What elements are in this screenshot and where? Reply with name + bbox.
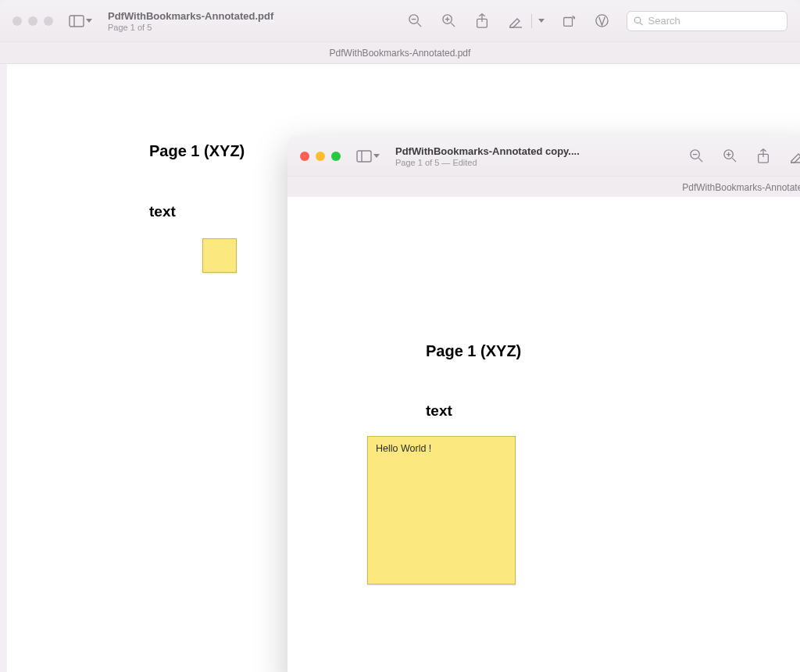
highlight-icon [595,13,609,28]
toolbar: PdfWithBookmarks-Annotated copy.... Page… [288,136,800,177]
sidebar-toggle[interactable] [67,12,94,30]
tab-bar: PdfWithBookmarks-Annotated [288,177,800,198]
share-icon [756,148,770,164]
share-button[interactable] [473,10,491,32]
window-subtitle: Page 1 of 5 — Edited [395,158,580,167]
page-heading: Page 1 (XYZ) [149,142,245,160]
page-subheading: text [426,402,452,420]
highlight-button[interactable] [593,10,611,31]
svg-line-18 [698,158,702,162]
share-button[interactable] [755,145,772,167]
window-subtitle: Page 1 of 5 [108,23,273,32]
toolbar-icons [406,10,788,32]
markup-icon [508,14,523,28]
sticky-note-large[interactable]: Hello World ! [367,436,516,584]
toolbar-icons [688,145,800,167]
preview-window-front: PdfWithBookmarks-Annotated copy.... Page… [288,136,800,672]
svg-line-3 [417,23,421,27]
toolbar: PdfWithBookmarks-Annotated.pdf Page 1 of… [0,0,800,42]
rotate-icon [562,14,576,28]
maximize-button[interactable] [44,16,53,26]
zoom-in-button[interactable] [440,10,458,31]
document-viewport[interactable]: Page 1 (XYZ) text Hello World ! [288,197,800,672]
svg-line-14 [640,22,642,24]
markup-icon [789,149,800,163]
search-box[interactable] [627,11,788,31]
sidebar-icon [69,15,84,27]
zoom-in-button[interactable] [721,145,739,166]
zoom-out-button[interactable] [688,145,705,166]
maximize-button[interactable] [331,152,341,161]
page-subheading: text [149,203,176,220]
zoom-in-icon [441,13,456,28]
zoom-in-icon [723,148,738,163]
separator [531,14,532,28]
zoom-out-button[interactable] [406,10,424,31]
sidebar-icon [356,150,372,163]
page-heading: Page 1 (XYZ) [426,342,521,360]
tab-label[interactable]: PdfWithBookmarks-Annotated [682,182,800,193]
minimize-button[interactable] [28,16,38,26]
zoom-out-icon [689,148,704,163]
svg-line-21 [732,158,736,162]
tab-label[interactable]: PdfWithBookmarks-Annotated.pdf [330,48,471,59]
zoom-out-icon [408,13,423,28]
sticky-note-text: Hello World ! [376,443,431,454]
markup-button[interactable] [506,11,525,31]
svg-point-13 [634,16,641,23]
chevron-down-icon [373,154,380,158]
share-icon [475,13,489,29]
chevron-down-icon[interactable] [538,19,545,23]
title-block: PdfWithBookmarks-Annotated.pdf Page 1 of… [108,10,273,32]
svg-rect-15 [357,151,371,162]
close-button[interactable] [12,16,22,26]
markup-button[interactable] [788,146,800,166]
window-title: PdfWithBookmarks-Annotated copy.... [395,145,580,157]
rotate-button[interactable] [560,11,577,31]
chevron-down-icon [86,19,92,23]
title-block: PdfWithBookmarks-Annotated copy.... Page… [395,145,580,167]
tab-bar: PdfWithBookmarks-Annotated.pdf [0,42,800,64]
traffic-lights [300,152,341,161]
svg-rect-0 [70,16,84,27]
sticky-note-small[interactable] [202,238,237,273]
window-title: PdfWithBookmarks-Annotated.pdf [108,10,273,22]
traffic-lights-inactive [12,16,53,26]
close-button[interactable] [300,152,309,161]
svg-line-6 [451,23,455,27]
search-input[interactable] [648,15,780,27]
svg-rect-11 [564,17,573,26]
minimize-button[interactable] [316,152,325,161]
sidebar-toggle[interactable] [355,147,381,166]
search-icon [634,16,644,27]
